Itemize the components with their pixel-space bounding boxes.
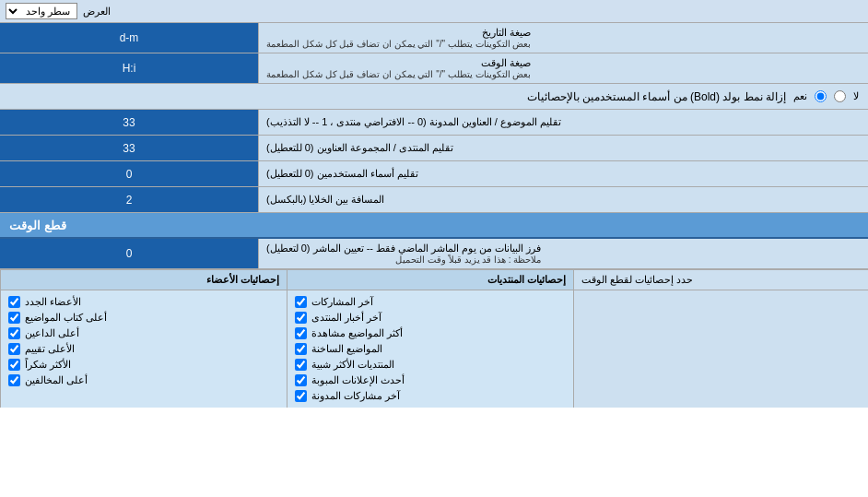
bottom-spacer <box>573 290 868 408</box>
cb-classifieds[interactable] <box>295 374 307 386</box>
cell-spacing-input[interactable] <box>6 194 252 207</box>
cb-last-news[interactable] <box>295 312 307 324</box>
time-format-input-cell <box>0 53 258 83</box>
list-item: الأكثر شكراً <box>8 357 279 373</box>
list-item: أعلى كتاب المواضيع <box>8 310 279 325</box>
cell-spacing-label: المسافة بين الخلايا (بالبكسل) <box>258 187 868 212</box>
list-item: أعلى المخالفين <box>8 373 279 388</box>
cb-popular-forums[interactable] <box>295 359 307 371</box>
trim-users-input-cell <box>0 161 258 186</box>
list-item: آخر أخبار المنتدى <box>295 310 566 325</box>
trim-forum-input-cell <box>0 136 258 160</box>
trim-forum-row: تقليم المنتدى / المجموعة العناوين (0 للت… <box>0 136 868 161</box>
cb-top-posters[interactable] <box>8 312 20 324</box>
list-item: آخر المشاركات <box>295 294 566 310</box>
trim-users-input[interactable] <box>6 168 252 181</box>
time-format-label: صيغة الوقت بعض التكوينات يتطلب "/" التي … <box>258 53 868 83</box>
bold-remove-no-radio[interactable] <box>834 90 846 102</box>
bold-remove-row: لا نعم إزالة نمط بولد (Bold) من أسماء ال… <box>0 84 868 110</box>
bold-remove-label-cell: لا نعم إزالة نمط بولد (Bold) من أسماء ال… <box>0 84 868 109</box>
cutoff-section-header: قطع الوقت <box>0 213 868 239</box>
bottom-section: حدد إحصائيات لقطع الوقت إحصائيات المنتدي… <box>0 269 868 408</box>
cb-most-thanked[interactable] <box>8 359 20 371</box>
list-item: أكثر المواضيع مشاهدة <box>295 325 566 341</box>
cell-spacing-row: المسافة بين الخلايا (بالبكسل) <box>0 187 868 213</box>
view-select[interactable]: سطر واحد سطران ثلاثة أسطر <box>6 3 77 19</box>
time-format-row: صيغة الوقت بعض التكوينات يتطلب "/" التي … <box>0 53 868 84</box>
date-format-label: صيغة التاريخ بعض التكوينات يتطلب "/" الت… <box>258 23 868 53</box>
cutoff-label: فرز البيانات من يوم الماشر الماضي فقط --… <box>258 239 868 268</box>
trim-topics-row: تقليم الموضوع / العناوين المدونة (0 -- ا… <box>0 110 868 136</box>
col1-checkboxes: الأعضاء الجدد أعلى كتاب المواضيع أعلى ال… <box>0 290 287 408</box>
cb-top-violators[interactable] <box>8 374 20 386</box>
top-bar-label: العرض <box>83 6 111 18</box>
cell-spacing-input-cell <box>0 187 258 212</box>
time-format-input[interactable] <box>6 62 252 75</box>
bold-remove-no-label: لا <box>853 90 859 102</box>
trim-topics-input[interactable] <box>6 116 252 129</box>
cb-blog-posts[interactable] <box>295 390 307 402</box>
bottom-content-row: آخر المشاركات آخر أخبار المنتدى أكثر الم… <box>0 290 868 408</box>
cutoff-row: فرز البيانات من يوم الماشر الماضي فقط --… <box>0 239 868 269</box>
cb-most-viewed[interactable] <box>295 327 307 339</box>
col2-header: إحصائيات المنتديات <box>287 270 573 290</box>
list-item: الأعضاء الجدد <box>8 294 279 310</box>
list-item: آخر مشاركات المدونة <box>295 388 566 404</box>
bold-remove-yes-radio[interactable] <box>815 90 827 102</box>
trim-forum-label: تقليم المنتدى / المجموعة العناوين (0 للت… <box>258 136 868 160</box>
list-item: أحدث الإعلانات المبوبة <box>295 373 566 388</box>
date-format-input-cell <box>0 23 258 53</box>
trim-users-label: تقليم أسماء المستخدمين (0 للتعطيل) <box>258 161 868 186</box>
cutoff-input-cell <box>0 239 258 268</box>
cb-top-rated[interactable] <box>8 343 20 355</box>
date-format-row: صيغة التاريخ بعض التكوينات يتطلب "/" الت… <box>0 23 868 53</box>
list-item: أعلى الداعين <box>8 325 279 341</box>
bottom-label-main: حدد إحصائيات لقطع الوقت <box>573 270 868 290</box>
cb-last-posts[interactable] <box>295 296 307 308</box>
list-item: المنتديات الأكثر شبية <box>295 357 566 373</box>
col2-checkboxes: آخر المشاركات آخر أخبار المنتدى أكثر الم… <box>287 290 573 408</box>
top-bar: العرض سطر واحد سطران ثلاثة أسطر <box>0 0 868 23</box>
cb-top-referrers[interactable] <box>8 327 20 339</box>
bold-remove-yes-label: نعم <box>793 90 807 102</box>
bottom-header-row: حدد إحصائيات لقطع الوقت إحصائيات المنتدي… <box>0 270 868 290</box>
list-item: الأعلى تقييم <box>8 341 279 357</box>
trim-topics-label: تقليم الموضوع / العناوين المدونة (0 -- ا… <box>258 110 868 135</box>
list-item: المواضيع الساخنة <box>295 341 566 357</box>
cutoff-input[interactable] <box>6 247 252 260</box>
cutoff-section-title: قطع الوقت <box>0 213 868 237</box>
date-format-input[interactable] <box>6 31 252 44</box>
bold-remove-text: إزالة نمط بولد (Bold) من أسماء المستخدمي… <box>9 90 786 103</box>
cb-new-members[interactable] <box>8 296 20 308</box>
trim-forum-input[interactable] <box>6 142 252 155</box>
trim-users-row: تقليم أسماء المستخدمين (0 للتعطيل) <box>0 161 868 187</box>
trim-topics-input-cell <box>0 110 258 135</box>
col1-header: إحصائيات الأعضاء <box>0 270 287 290</box>
cb-hot-topics[interactable] <box>295 343 307 355</box>
